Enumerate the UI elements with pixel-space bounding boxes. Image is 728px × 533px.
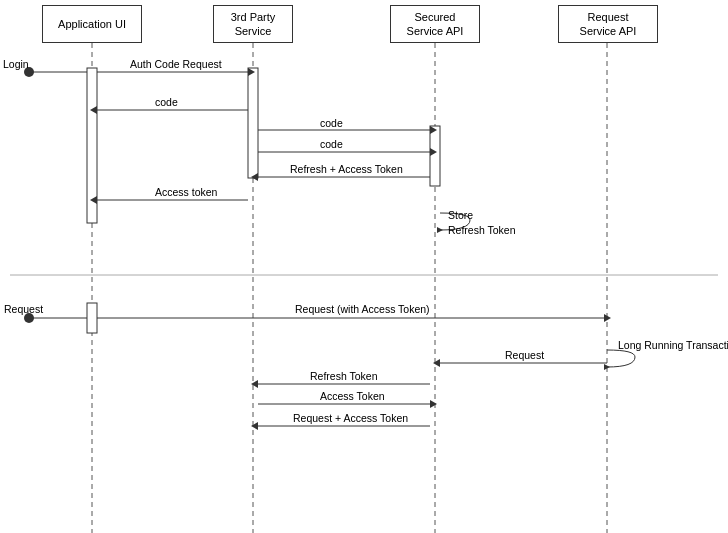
label-auth-code: Auth Code Request xyxy=(130,58,222,70)
svg-marker-34 xyxy=(430,400,437,408)
svg-marker-32 xyxy=(251,380,258,388)
actor-request: Request Service API xyxy=(558,5,658,43)
svg-marker-36 xyxy=(251,422,258,430)
label-code-1: code xyxy=(155,96,178,108)
label-request-access: Request (with Access Token) xyxy=(295,303,430,315)
label-code-2: code xyxy=(320,117,343,129)
svg-arrows xyxy=(0,0,728,533)
label-request: Request xyxy=(4,303,43,315)
actor-app: Application UI xyxy=(42,5,142,43)
actor-secured: Secured Service API xyxy=(390,5,480,43)
svg-rect-5 xyxy=(248,68,258,178)
label-long-running: Long Running Transaction xyxy=(618,339,728,351)
svg-marker-30 xyxy=(433,359,440,367)
svg-rect-6 xyxy=(430,126,440,186)
actor-3rd-party: 3rd Party Service xyxy=(213,5,293,43)
label-refresh-access: Refresh + Access Token xyxy=(290,163,403,175)
label-code-3: code xyxy=(320,138,343,150)
svg-marker-24 xyxy=(437,227,443,233)
label-refresh-token: Refresh Token xyxy=(310,370,378,382)
label-store-refresh: StoreRefresh Token xyxy=(448,208,516,237)
label-access-token-2: Access Token xyxy=(320,390,385,402)
label-access-token: Access token xyxy=(155,186,217,198)
sequence-diagram: Application UI 3rd Party Service Secured… xyxy=(0,0,728,533)
label-request-access-2: Request + Access Token xyxy=(293,412,408,424)
label-request-2: Request xyxy=(505,349,544,361)
svg-rect-8 xyxy=(87,303,97,333)
label-login: Login xyxy=(3,58,29,70)
